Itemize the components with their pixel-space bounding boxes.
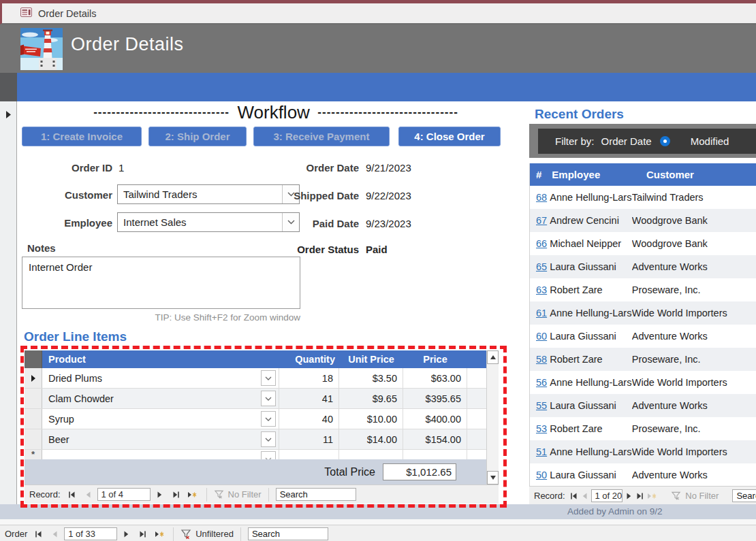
column-header-employee[interactable]: Employee: [552, 169, 646, 180]
tab-order-details[interactable]: Order Details: [2, 3, 96, 23]
column-header-quantity[interactable]: Quantity: [279, 354, 339, 365]
first-record-button[interactable]: [31, 527, 45, 541]
order-number-link[interactable]: 61: [536, 308, 550, 318]
recent-order-row: 61 Anne Hellung-Larse Wide World Importe…: [530, 301, 756, 325]
next-record-button[interactable]: [120, 527, 133, 541]
price-cell[interactable]: $400.00: [403, 409, 467, 429]
unit-price-cell[interactable]: $14.00: [339, 429, 403, 449]
recent-orders-table: # Employee Customer 68 Anne Hellung-Lars…: [529, 163, 756, 487]
next-record-button[interactable]: [153, 488, 167, 502]
product-cell[interactable]: Clam Chowder: [42, 389, 279, 408]
ship-order-button[interactable]: 2: Ship Order: [148, 127, 247, 146]
record-selector[interactable]: [25, 389, 42, 408]
new-product-cell[interactable]: [42, 450, 279, 459]
shipped-date-value[interactable]: 9/22/2023: [366, 190, 411, 201]
last-record-button[interactable]: [636, 489, 644, 503]
order-number-link[interactable]: 58: [536, 354, 550, 365]
expand-nav-pane-icon[interactable]: [5, 109, 12, 116]
create-invoice-button[interactable]: 1: Create Invoice: [22, 127, 142, 146]
previous-record-button[interactable]: [81, 488, 95, 502]
column-header-number[interactable]: #: [530, 169, 552, 180]
price-cell[interactable]: $63.00: [403, 368, 467, 388]
employee-cell: Robert Zare: [550, 354, 632, 365]
order-number-link[interactable]: 53: [536, 423, 550, 434]
access-window: Order Details: [0, 0, 756, 541]
no-filter-button[interactable]: No Filter: [671, 491, 719, 501]
status-bar: Added by Admin on 9/2: [0, 504, 756, 519]
record-position-box[interactable]: 1 of 4: [97, 488, 151, 501]
last-record-button[interactable]: [136, 527, 150, 541]
close-order-button[interactable]: 4: Close Order: [398, 127, 501, 146]
notes-field[interactable]: Internet Order: [22, 257, 300, 309]
column-header-price[interactable]: Price: [403, 354, 467, 365]
order-number-link[interactable]: 67: [536, 215, 550, 226]
order-number-link[interactable]: 68: [536, 192, 550, 203]
new-record-selector[interactable]: *: [25, 450, 42, 459]
quantity-cell[interactable]: 11: [279, 429, 339, 449]
no-filter-label: No Filter: [228, 489, 262, 499]
search-box[interactable]: Search: [248, 527, 328, 540]
product-dropdown-button[interactable]: [261, 391, 276, 406]
new-record-row[interactable]: *: [25, 450, 486, 459]
column-header-customer[interactable]: Customer: [646, 169, 756, 180]
product-dropdown-button[interactable]: [261, 411, 276, 427]
price-cell[interactable]: $154.00: [403, 429, 467, 449]
record-position-box[interactable]: 1 of 20: [591, 489, 623, 502]
price-cell[interactable]: $395.65: [403, 389, 467, 408]
unit-price-cell[interactable]: $3.50: [339, 368, 403, 388]
order-number-link[interactable]: 60: [536, 331, 550, 342]
record-selector[interactable]: [25, 409, 42, 429]
filter-option-modified[interactable]: Modified: [691, 135, 729, 147]
navigation-pane-shutter[interactable]: [0, 101, 17, 504]
new-price-cell[interactable]: [403, 450, 467, 459]
customer-cell: Proseware, Inc.: [632, 284, 756, 295]
unit-price-cell[interactable]: $9.65: [339, 389, 403, 408]
quantity-cell[interactable]: 41: [279, 389, 339, 408]
product-cell[interactable]: Beer: [42, 429, 279, 449]
order-number-link[interactable]: 51: [536, 446, 550, 457]
new-unit-price-cell[interactable]: [339, 450, 403, 459]
filter-option-order-date[interactable]: Order Date: [601, 135, 652, 147]
product-cell[interactable]: Dried Plums: [42, 368, 279, 388]
scroll-up-button[interactable]: [487, 350, 499, 364]
record-position-box[interactable]: 1 of 33: [64, 527, 117, 540]
order-date-value[interactable]: 9/21/2023: [366, 162, 411, 174]
first-record-button[interactable]: [65, 488, 78, 502]
product-dropdown-button[interactable]: [261, 370, 276, 386]
record-selector[interactable]: [25, 429, 42, 449]
order-number-link[interactable]: 63: [536, 284, 550, 295]
new-record-button[interactable]: [647, 489, 657, 503]
order-number-link[interactable]: 55: [536, 400, 550, 411]
new-record-button[interactable]: [186, 488, 200, 502]
last-record-button[interactable]: [170, 488, 183, 502]
receive-payment-button[interactable]: 3: Receive Payment: [253, 127, 390, 146]
new-quantity-cell[interactable]: [279, 450, 339, 459]
order-number-link[interactable]: 56: [536, 377, 550, 388]
search-box[interactable]: Search: [276, 488, 356, 501]
unit-price-cell[interactable]: $10.00: [339, 409, 403, 429]
column-header-product[interactable]: Product: [42, 354, 279, 365]
first-record-button[interactable]: [569, 489, 578, 503]
paid-date-value[interactable]: 9/23/2023: [366, 218, 411, 229]
record-selector[interactable]: [25, 368, 42, 388]
order-date-radio-selected[interactable]: [660, 136, 670, 146]
scroll-down-button[interactable]: [487, 471, 499, 485]
previous-record-button[interactable]: [48, 527, 61, 541]
product-dropdown-button[interactable]: [261, 431, 276, 447]
quantity-cell[interactable]: 18: [279, 368, 339, 388]
vertical-scrollbar[interactable]: [486, 350, 499, 485]
quantity-cell[interactable]: 40: [279, 409, 339, 429]
product-dropdown-button[interactable]: [261, 451, 276, 459]
order-number-link[interactable]: 65: [536, 261, 550, 272]
no-filter-button[interactable]: No Filter: [214, 489, 262, 499]
order-number-link[interactable]: 50: [536, 470, 550, 480]
search-box[interactable]: Search: [732, 489, 756, 502]
product-cell[interactable]: Syrup: [42, 409, 279, 429]
new-record-button[interactable]: [153, 527, 166, 541]
previous-record-button[interactable]: [580, 489, 588, 503]
order-number-link[interactable]: 66: [536, 238, 550, 249]
order-line-items-heading: Order Line Items: [24, 329, 127, 344]
column-header-unit-price[interactable]: Unit Price: [339, 354, 403, 365]
unfiltered-button[interactable]: Unfiltered: [180, 529, 234, 540]
next-record-button[interactable]: [625, 489, 633, 503]
